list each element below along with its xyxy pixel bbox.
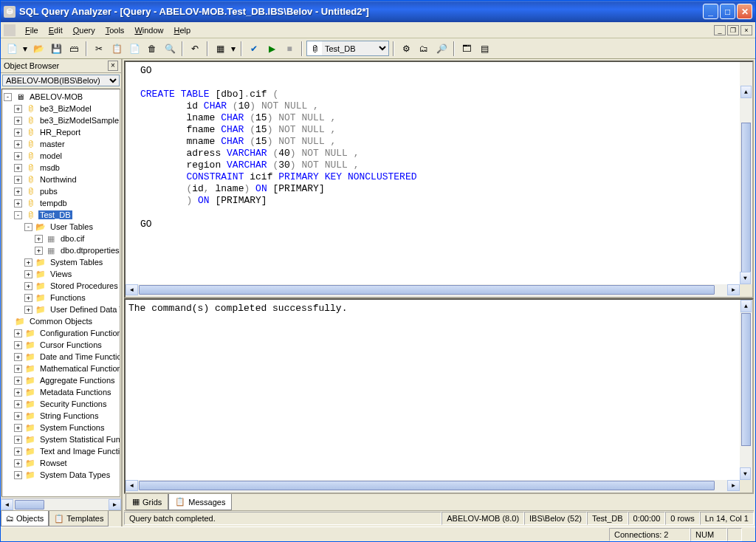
tree-db-node[interactable]: +🛢tempdb bbox=[2, 197, 120, 209]
tree-db-node[interactable]: +🛢be3_BizModel bbox=[2, 103, 120, 114]
tree-db-node[interactable]: +🛢master bbox=[2, 138, 120, 150]
scroll-right-button[interactable]: ► bbox=[727, 480, 740, 491]
editor-vscrollbar[interactable]: ▲ ▼ bbox=[740, 62, 752, 297]
tree-common-node[interactable]: +📁Mathematical Functions bbox=[2, 363, 120, 374]
editor-hscrollbar[interactable]: ◄ ► bbox=[126, 284, 740, 297]
tree-hscrollbar[interactable]: ◄ ► bbox=[1, 498, 121, 510]
results-pane[interactable]: The command(s) completed successfully. ▲… bbox=[124, 298, 754, 494]
cut-button[interactable]: ✂ bbox=[91, 41, 107, 57]
close-button[interactable]: ✕ bbox=[737, 4, 752, 19]
maximize-button[interactable]: □ bbox=[720, 4, 735, 19]
menu-tools[interactable]: Tools bbox=[100, 24, 130, 36]
new-dropdown-button[interactable]: ▾ bbox=[21, 41, 29, 57]
tree-common-node[interactable]: +📁System Data Types bbox=[2, 469, 120, 481]
estimated-plan-button[interactable]: ⚙ bbox=[398, 41, 414, 57]
save-all-button[interactable]: 🗃 bbox=[66, 41, 82, 57]
clear-window-button[interactable]: 🗑 bbox=[144, 41, 160, 57]
tree-db-node[interactable]: +🛢HR_Report bbox=[2, 126, 120, 138]
scroll-left-button[interactable]: ◄ bbox=[126, 284, 138, 295]
database-selector[interactable]: 🛢 Test_DB bbox=[306, 41, 389, 56]
scroll-down-button[interactable]: ▼ bbox=[740, 272, 751, 284]
sql-editor[interactable]: GO CREATE TABLE [dbo].cif ( id CHAR (10)… bbox=[124, 61, 754, 298]
tree-table-node[interactable]: +▦dbo.cif bbox=[2, 233, 120, 244]
tree-db-node[interactable]: +🛢pubs bbox=[2, 185, 120, 197]
object-browser-button[interactable]: 🗂 bbox=[416, 41, 432, 57]
tree-user-tables-folder[interactable]: -📂User Tables bbox=[2, 221, 120, 233]
undo-button[interactable]: ↶ bbox=[187, 41, 203, 57]
mode-dropdown-button[interactable]: ▾ bbox=[230, 41, 237, 57]
mdi-restore-button[interactable]: ❐ bbox=[727, 25, 739, 35]
tree-common-objects[interactable]: 📁Common Objects bbox=[2, 315, 120, 327]
tree-common-node[interactable]: +📁Security Functions bbox=[2, 398, 120, 410]
tree-common-node[interactable]: +📁Configuration Functions bbox=[2, 327, 120, 339]
scroll-up-button[interactable]: ▲ bbox=[740, 86, 752, 98]
tree-common-node[interactable]: +📁Rowset bbox=[2, 457, 120, 469]
tree-db-node[interactable]: +🛢Northwind bbox=[2, 174, 120, 185]
scroll-up-button[interactable]: ▲ bbox=[740, 300, 752, 312]
database-select[interactable]: Test_DB bbox=[322, 41, 388, 55]
titlebar[interactable]: ⛁ SQL Query Analyzer - [Query - ABELOV-M… bbox=[1, 1, 755, 22]
tree-common-node[interactable]: +📁Metadata Functions bbox=[2, 386, 120, 398]
results-vscrollbar[interactable]: ▲ ▼ bbox=[740, 300, 752, 493]
object-browser-close-button[interactable]: × bbox=[108, 61, 118, 71]
tree-folder-node[interactable]: +📁System Tables bbox=[2, 256, 120, 268]
menu-edit[interactable]: Edit bbox=[44, 24, 68, 36]
tab-grids[interactable]: ▦Grids bbox=[126, 494, 168, 510]
status-connections: Connections: 2 bbox=[609, 528, 690, 541]
menu-query[interactable]: Query bbox=[68, 24, 100, 36]
scroll-left-button[interactable]: ◄ bbox=[126, 480, 138, 491]
tree-db-node[interactable]: +🛢be3_BizModelSample bbox=[2, 114, 120, 126]
connection-select[interactable]: ABELOV-MOB(IBS\Belov) bbox=[2, 75, 120, 86]
save-button[interactable]: 💾 bbox=[48, 41, 64, 57]
hscroll-thumb[interactable] bbox=[139, 285, 715, 295]
status-server: ABELOV-MOB (8.0) bbox=[441, 512, 524, 525]
tree-table-node[interactable]: +▦dbo.dtproperties bbox=[2, 244, 120, 256]
tab-messages[interactable]: 📋Messages bbox=[168, 494, 232, 510]
copy-button[interactable]: 📋 bbox=[109, 41, 125, 57]
object-search-button[interactable]: 🔎 bbox=[433, 41, 450, 57]
tree-common-node[interactable]: +📁System Statistical Functions bbox=[2, 433, 120, 445]
results-hscrollbar[interactable]: ◄ ► bbox=[126, 480, 740, 493]
scroll-right-button[interactable]: ► bbox=[109, 499, 121, 510]
tree-db-node[interactable]: +🛢msdb bbox=[2, 162, 120, 174]
tree-db-node[interactable]: +🛢model bbox=[2, 150, 120, 162]
code-text[interactable]: GO CREATE TABLE [dbo].cif ( id CHAR (10)… bbox=[140, 65, 749, 230]
show-results-button[interactable]: ▤ bbox=[476, 41, 492, 57]
stop-button[interactable]: ■ bbox=[281, 41, 298, 57]
tree-common-node[interactable]: +📁Aggregate Functions bbox=[2, 374, 120, 386]
tree-common-node[interactable]: +📁Date and Time Functions bbox=[2, 351, 120, 363]
tree-folder-node[interactable]: +📁Functions bbox=[2, 292, 120, 303]
scroll-thumb[interactable] bbox=[15, 500, 44, 510]
scroll-left-button[interactable]: ◄ bbox=[1, 499, 13, 510]
hscroll-thumb[interactable] bbox=[139, 481, 715, 490]
new-query-button[interactable]: 📄 bbox=[4, 41, 20, 57]
minimize-button[interactable]: _ bbox=[703, 4, 718, 19]
find-button[interactable]: 🔍 bbox=[162, 41, 178, 57]
mdi-close-button[interactable]: × bbox=[740, 25, 752, 35]
tree-server-node[interactable]: -🖥ABELOV-MOB bbox=[2, 91, 120, 103]
execute-mode-button[interactable]: ▦ bbox=[212, 41, 228, 57]
tree-db-testdb[interactable]: -🛢Test_DB bbox=[2, 209, 120, 221]
menu-file[interactable]: File bbox=[20, 24, 44, 36]
tree-common-node[interactable]: +📁String Functions bbox=[2, 410, 120, 422]
tree-folder-node[interactable]: +📁Stored Procedures bbox=[2, 280, 120, 292]
scroll-right-button[interactable]: ► bbox=[727, 284, 740, 295]
tree-common-node[interactable]: +📁Cursor Functions bbox=[2, 339, 120, 351]
tree-folder-node[interactable]: +📁Views bbox=[2, 268, 120, 280]
tab-objects[interactable]: 🗂Objects bbox=[1, 511, 49, 526]
current-conn-button[interactable]: 🗔 bbox=[458, 41, 475, 57]
tree-common-node[interactable]: +📁Text and Image Functions bbox=[2, 445, 120, 457]
menu-window[interactable]: Window bbox=[129, 24, 168, 36]
paste-button[interactable]: 📄 bbox=[126, 41, 142, 57]
tab-templates[interactable]: 📋Templates bbox=[49, 511, 109, 526]
execute-button[interactable]: ▶ bbox=[264, 41, 280, 57]
tree-common-node[interactable]: +📁System Functions bbox=[2, 422, 120, 433]
scroll-down-button[interactable]: ▼ bbox=[740, 467, 751, 480]
vscroll-thumb[interactable] bbox=[741, 313, 751, 446]
mdi-minimize-button[interactable]: _ bbox=[714, 25, 726, 35]
object-tree[interactable]: -🖥ABELOV-MOB +🛢be3_BizModel+🛢be3_BizMode… bbox=[1, 89, 120, 497]
open-button[interactable]: 📂 bbox=[30, 41, 47, 57]
tree-folder-node[interactable]: +📁User Defined Data Types bbox=[2, 303, 120, 315]
menu-help[interactable]: Help bbox=[169, 24, 196, 36]
parse-button[interactable]: ✔ bbox=[246, 41, 262, 57]
